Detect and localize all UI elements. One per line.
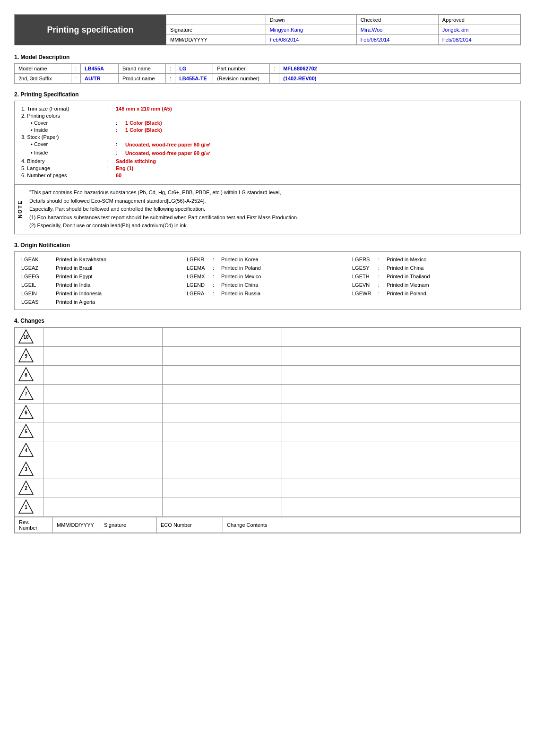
colon4: :: [71, 74, 81, 84]
table-row: 7: [15, 384, 520, 403]
spec-cover-color-value: 1 Color (Black): [125, 120, 162, 126]
rev-badge: 9: [18, 348, 34, 364]
origin-item: [350, 298, 516, 306]
origin-box: LGEAK:Printed in KazakhstanLGEKR:Printed…: [14, 251, 521, 310]
change-cell: [282, 327, 401, 346]
rev-number-value: (1402-REV00): [279, 74, 521, 84]
spec-row-6: 6. Number of pages : 60: [21, 172, 514, 178]
spec-label-2: 2. Printing colors: [21, 113, 106, 119]
section4-heading: 4. Changes: [14, 318, 521, 324]
spec-colon-6: :: [106, 172, 116, 178]
note-line-2: Details should be followed Eco-SCM manag…: [29, 197, 298, 206]
table-row: 4: [15, 441, 520, 460]
drawn-date: Feb/08/2014: [266, 35, 356, 45]
change-cell: [43, 460, 163, 479]
origin-item: LGEKR:Printed in Korea: [185, 256, 350, 263]
change-cell: [401, 327, 520, 346]
table-row: 5: [15, 422, 520, 441]
model-table: Model name : LB455A Brand name : LG Part…: [14, 63, 521, 84]
spec-cover-stock-label: • Cover: [31, 141, 116, 147]
origin-item: LGERS:Printed in Mexico: [350, 256, 516, 263]
change-cell: [163, 422, 282, 441]
origin-item: LGEVN:Printed in Vietnam: [350, 281, 516, 289]
colon2: :: [166, 64, 175, 74]
rev-badge: 4: [18, 442, 34, 458]
changes-box: 10 9 8 7 6: [14, 327, 521, 533]
rev-number: 1: [25, 505, 27, 510]
change-cell: [43, 403, 163, 422]
note-line-3: Especially, Part should be followed and …: [29, 205, 298, 214]
table-row: 1: [15, 498, 520, 516]
title-box: Printing specification: [15, 15, 166, 45]
change-cell: [401, 498, 520, 516]
change-cell: [163, 346, 282, 365]
spec-cover-stock-colon: :: [116, 141, 125, 147]
origin-item: LGESY:Printed in China: [350, 264, 516, 272]
drawn-signature: Mingyun.Kang: [266, 25, 356, 35]
table-row: 9: [15, 346, 520, 365]
spec-value-1: 148 mm x 210 mm (A5): [116, 106, 172, 112]
spec-inside-stock-label: • Inside: [31, 150, 116, 155]
section3-heading: 3. Origin Notification: [14, 242, 521, 249]
origin-item: LGEAZ:Printed in Brazil: [19, 264, 185, 272]
brand-name-value: LG: [175, 64, 213, 74]
rev-cell: 9: [15, 346, 43, 365]
change-cell: [163, 384, 282, 403]
rev-number: 10: [23, 335, 28, 340]
spec-cover-stock-value: Uncoated, wood-free paper 60 g/㎡: [125, 141, 211, 148]
change-cell: [43, 327, 163, 346]
origin-item: LGEAS:Printed in Algeria: [19, 298, 185, 306]
table-row: 2: [15, 479, 520, 498]
change-cell: [282, 422, 401, 441]
rev-badge: 10: [18, 329, 34, 345]
change-cell: [282, 498, 401, 516]
spec-label-3: 3. Stock (Paper): [21, 134, 106, 140]
spec-inside-color-value: 1 Color (Black): [125, 127, 162, 133]
rev-cell: 5: [15, 422, 43, 441]
rev-badge: 1: [18, 499, 34, 515]
header: Printing specification Drawn Checked App…: [14, 14, 521, 45]
footer-signature: Signature: [100, 517, 157, 533]
rev-number: 8: [25, 372, 27, 378]
footer-eco: ECO Number: [157, 517, 223, 533]
note-line-1: "This part contains Eco-hazardous substa…: [29, 189, 298, 197]
change-cell: [163, 441, 282, 460]
colon3: :: [270, 64, 279, 74]
spec-row-cover-color: • Cover : 1 Color (Black): [21, 120, 514, 126]
change-cell: [282, 365, 401, 384]
table-row: 6: [15, 403, 520, 422]
rev-cell: 3: [15, 460, 43, 479]
origin-item: LGEWR:Printed in Poland: [350, 290, 516, 297]
change-cell: [43, 346, 163, 365]
rev-cell: 7: [15, 384, 43, 403]
rev-badge: 2: [18, 480, 34, 496]
rev-badge: 3: [18, 461, 34, 477]
origin-item: [185, 298, 350, 306]
spec-row-5: 5. Language : Eng (1): [21, 165, 514, 171]
change-cell: [282, 384, 401, 403]
changes-table: 10 9 8 7 6: [15, 327, 520, 517]
table-row: 3: [15, 460, 520, 479]
colon1: :: [71, 64, 81, 74]
change-cell: [163, 498, 282, 516]
colon5: :: [166, 74, 175, 84]
note-line-4: (1) Eco-hazardous substances test report…: [29, 214, 298, 222]
checked-signature: Mira.Woo: [356, 25, 438, 35]
checked-date: Feb/08/2014: [356, 35, 438, 45]
change-cell: [401, 441, 520, 460]
rev-number: 6: [25, 410, 27, 415]
origin-grid: LGEAK:Printed in KazakhstanLGEKR:Printed…: [19, 256, 516, 306]
spec-box: 1. Trim size (Format) : 148 mm x 210 mm …: [14, 101, 521, 185]
model-name-value: LB455A: [81, 64, 119, 74]
rev-cell: 2: [15, 479, 43, 498]
approved-date: Feb/08/2014: [438, 35, 520, 45]
origin-item: LGEMX:Printed in Mexico: [185, 273, 350, 280]
rev-badge: 8: [18, 367, 34, 383]
origin-item: LGEIL:Printed in India: [19, 281, 185, 289]
spec-inside-color-colon: :: [116, 127, 125, 133]
change-cell: [163, 365, 282, 384]
change-cell: [401, 460, 520, 479]
origin-item: LGEAK:Printed in Kazakhstan: [19, 256, 185, 263]
origin-item: LGEEG:Printed in Egypt: [19, 273, 185, 280]
spec-value-5: Eng (1): [116, 165, 133, 171]
